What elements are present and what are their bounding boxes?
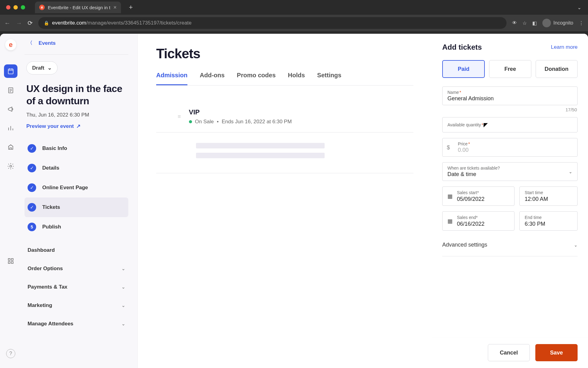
advanced-label: Advanced settings [442, 242, 487, 248]
event-status-dropdown[interactable]: Draft ⌄ [26, 61, 58, 75]
price-input[interactable] [458, 146, 572, 153]
chevron-down-icon: ⌄ [47, 65, 52, 71]
group-manage-attendees[interactable]: Manage Attendees ⌄ [24, 315, 128, 333]
drag-handle-icon[interactable]: ≡ [178, 113, 181, 120]
forward-button[interactable]: → [16, 20, 22, 27]
back-to-events-link[interactable]: 〈 Events [24, 40, 128, 46]
eye-off-icon[interactable]: 👁 [512, 20, 517, 26]
rail-marketing-icon[interactable] [4, 102, 17, 116]
start-time-field[interactable]: Start time 12:00 AM [519, 186, 578, 206]
rail-finance-icon[interactable] [4, 140, 17, 154]
panel-title: Add tickets [442, 43, 482, 52]
cancel-button[interactable]: Cancel [488, 344, 530, 361]
skeleton-line [196, 153, 325, 158]
type-paid-button[interactable]: Paid [442, 60, 485, 78]
tab-overflow-icon[interactable]: ⌄ [577, 5, 581, 10]
status-dot-icon [189, 120, 192, 123]
browser-tab[interactable]: e Eventbrite - Edit UX design in t × [35, 2, 121, 13]
rail-events-icon[interactable] [4, 64, 17, 78]
step-tickets[interactable]: ✓ Tickets [24, 197, 128, 217]
learn-more-link[interactable]: Learn more [551, 44, 578, 50]
group-label: Marketing [28, 302, 52, 309]
group-payments-tax[interactable]: Payments & Tax ⌄ [24, 278, 128, 296]
close-window-button[interactable] [6, 5, 10, 10]
rail-orders-icon[interactable] [4, 83, 17, 97]
calendar-icon: ▦ [447, 193, 453, 200]
ticket-row-vip[interactable]: ≡ VIP On Sale • Ends Jun 16, 2022 at 6:3… [156, 101, 413, 132]
sales-start-date-field[interactable]: ▦ Sales start* 05/09/2022 [442, 186, 514, 206]
close-tab-icon[interactable]: × [113, 4, 117, 11]
svg-rect-5 [8, 262, 10, 263]
add-tickets-panel: Add tickets Learn more Paid Free Donatio… [432, 34, 588, 368]
url-path: /manage/events/336451735197/tickets/crea… [86, 20, 192, 26]
window-controls[interactable] [6, 5, 25, 10]
tab-admission[interactable]: Admission [156, 72, 187, 85]
browser-chrome: e Eventbrite - Edit UX design in t × + ⌄… [0, 0, 588, 34]
step-publish[interactable]: 5 Publish [24, 217, 128, 237]
event-date: Thu, Jun 16, 2022 6:30 PM [26, 112, 128, 118]
step-online-event-page[interactable]: ✓ Online Event Page [24, 178, 128, 197]
name-field[interactable]: Name* [442, 86, 578, 105]
browser-menu-icon[interactable]: ⋮ [579, 20, 584, 26]
svg-point-2 [10, 165, 12, 167]
char-count: 17/50 [442, 107, 578, 112]
incognito-badge[interactable]: Incognito [542, 19, 573, 27]
incognito-label: Incognito [553, 20, 573, 26]
sales-end-value: 06/16/2022 [457, 221, 509, 227]
group-label: Dashboard [28, 247, 55, 253]
tab-settings[interactable]: Settings [317, 72, 341, 85]
rail-settings-icon[interactable] [4, 159, 17, 173]
eventbrite-logo[interactable]: e [5, 39, 16, 50]
chevron-down-icon: ⌄ [574, 243, 578, 247]
tab-addons[interactable]: Add-ons [200, 72, 224, 85]
bookmark-star-icon[interactable]: ☆ [522, 20, 527, 26]
price-field[interactable]: $ Price* [442, 138, 578, 157]
chevron-down-icon: ⌄ [122, 285, 125, 289]
chevron-down-icon: ⌄ [122, 321, 125, 326]
group-label: Manage Attendees [28, 321, 74, 327]
group-dashboard[interactable]: Dashboard [24, 241, 128, 259]
group-order-options[interactable]: Order Options ⌄ [24, 259, 128, 278]
type-donation-button[interactable]: Donation [536, 60, 578, 78]
tab-holds[interactable]: Holds [288, 72, 305, 85]
preview-event-link[interactable]: Preview your event ↗ [26, 123, 81, 129]
rail-reports-icon[interactable] [4, 121, 17, 135]
step-details[interactable]: ✓ Details [24, 158, 128, 178]
svg-rect-4 [11, 259, 13, 260]
reload-button[interactable]: ⟳ [28, 19, 33, 27]
help-icon[interactable]: ? [6, 349, 15, 358]
advanced-settings-toggle[interactable]: Advanced settings ⌄ [442, 236, 578, 256]
chevron-down-icon: ⌄ [122, 266, 125, 271]
url-bar[interactable]: 🔒 eventbrite.com/manage/events/336451735… [38, 17, 507, 29]
incognito-avatar-icon [542, 19, 551, 27]
end-time-field[interactable]: End time 6:30 PM [519, 211, 578, 231]
minimize-window-button[interactable] [13, 5, 18, 10]
tab-promo-codes[interactable]: Promo codes [237, 72, 276, 85]
extensions-icon[interactable]: ◧ [532, 20, 537, 26]
favicon-icon: e [39, 5, 45, 10]
name-input[interactable] [447, 95, 572, 102]
ticket-meta: On Sale • Ends Jun 16, 2022 at 6:30 PM [189, 119, 292, 125]
chevron-down-icon: ⌄ [569, 169, 572, 174]
main-content: Tickets Admission Add-ons Promo codes Ho… [138, 34, 432, 368]
availability-label: When are tickets available? [447, 166, 500, 171]
step-basic-info[interactable]: ✓ Basic Info [24, 139, 128, 158]
new-tab-button[interactable]: + [129, 3, 133, 11]
availability-select[interactable]: When are tickets available? Date & time … [442, 162, 578, 181]
sales-end-date-field[interactable]: ▦ Sales end* 06/16/2022 [442, 211, 514, 231]
ticket-type-selector: Paid Free Donation [442, 60, 578, 78]
maximize-window-button[interactable] [21, 5, 25, 10]
rail-apps-icon[interactable] [4, 254, 17, 268]
group-marketing[interactable]: Marketing ⌄ [24, 296, 128, 315]
end-time-label: End time [525, 215, 541, 220]
back-button[interactable]: ← [4, 20, 10, 27]
step-label: Publish [42, 224, 61, 230]
save-button[interactable]: Save [535, 344, 578, 361]
start-time-value: 12:00 AM [525, 196, 572, 202]
panel-footer: Cancel Save [432, 337, 588, 368]
tickets-tabs: Admission Add-ons Promo codes Holds Sett… [156, 72, 413, 86]
type-free-button[interactable]: Free [489, 60, 531, 78]
check-icon: ✓ [28, 164, 36, 172]
quantity-field[interactable]: Available quantity* [442, 117, 578, 132]
back-label: Events [39, 40, 56, 46]
